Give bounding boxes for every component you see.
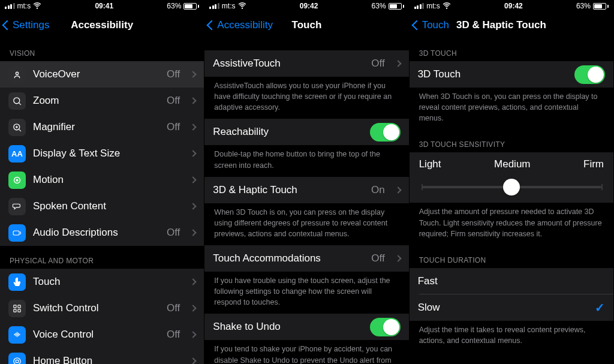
- row-assistive-touch[interactable]: AssistiveTouch Off: [204, 50, 408, 77]
- row-label: Spoken Content: [33, 200, 180, 212]
- wifi-icon: [443, 1, 451, 11]
- chevron-right-icon: [190, 150, 197, 157]
- row-voice-control[interactable]: Voice Control Off: [0, 321, 204, 348]
- status-time: 09:42: [300, 2, 318, 10]
- back-label: Accessibility: [217, 19, 273, 31]
- pane-touch: mt:s 09:42 63% Accessibility Touch Assis…: [204, 0, 409, 364]
- row-3d-touch[interactable]: 3D Touch: [410, 61, 613, 88]
- svg-rect-8: [14, 309, 16, 311]
- chevron-right-icon: [190, 203, 197, 209]
- slider-label-firm: Firm: [583, 158, 604, 170]
- touch-icon: [8, 273, 26, 291]
- shake-to-undo-toggle[interactable]: [370, 318, 401, 336]
- chevron-right-icon: [190, 278, 197, 285]
- status-bar: mt:s 09:41 63%: [0, 0, 204, 12]
- status-bar: mt:s 09:42 63%: [204, 0, 408, 12]
- spoken-content-icon: [8, 198, 26, 215]
- battery-icon: [593, 3, 609, 10]
- section-3d-touch-header: 3D Touch: [410, 38, 613, 61]
- audio-descriptions-icon: [8, 224, 26, 242]
- chevron-right-icon: [190, 176, 197, 183]
- row-3d-haptic-touch[interactable]: 3D & Haptic Touch On: [204, 177, 408, 203]
- back-label: Touch: [422, 19, 449, 31]
- status-bar: mt:s 09:42 63%: [410, 0, 613, 12]
- row-label: Reachability: [213, 126, 362, 138]
- back-button[interactable]: Touch: [410, 19, 449, 31]
- status-time: 09:41: [95, 2, 113, 10]
- chevron-right-icon: [190, 331, 197, 338]
- row-switch-control[interactable]: Switch Control Off: [0, 295, 204, 321]
- row-audio-descriptions[interactable]: Audio Descriptions Off: [0, 219, 204, 246]
- nav-bar: Settings Accessibility: [0, 12, 204, 38]
- row-magnifier[interactable]: Magnifier Off: [0, 114, 204, 140]
- sensitivity-slider-group: Light Medium Firm: [410, 152, 613, 203]
- sensitivity-slider[interactable]: [422, 186, 601, 188]
- chevron-right-icon: [190, 71, 197, 77]
- row-home-button[interactable]: Home Button: [0, 348, 204, 364]
- row-label: Magnifier: [33, 121, 159, 133]
- chevron-right-icon: [190, 124, 197, 130]
- row-label: Touch: [33, 276, 180, 288]
- row-label: Home Button: [33, 355, 180, 364]
- row-voiceover[interactable]: VoiceOver Off: [0, 61, 204, 88]
- back-button[interactable]: Accessibility: [204, 19, 273, 31]
- svg-point-1: [14, 97, 20, 103]
- chevron-left-icon: [2, 20, 13, 31]
- 3d-touch-toggle[interactable]: [574, 65, 605, 84]
- chevron-right-icon: [395, 60, 401, 67]
- row-zoom[interactable]: Zoom Off: [0, 88, 204, 114]
- nav-bar: Accessibility Touch: [204, 12, 408, 38]
- page-title: Accessibility: [71, 19, 133, 31]
- row-label: Zoom: [33, 95, 159, 107]
- reachability-toggle[interactable]: [370, 123, 401, 142]
- row-duration-fast[interactable]: Fast: [410, 268, 613, 294]
- pane-3d-haptic: mt:s 09:42 63% Touch 3D & Haptic Touch 3…: [410, 0, 614, 364]
- row-duration-slow[interactable]: Slow ✓: [410, 294, 613, 321]
- checkmark-icon: ✓: [595, 300, 605, 315]
- carrier-label: mt:s: [426, 2, 440, 10]
- row-shake-to-undo[interactable]: Shake to Undo: [204, 314, 408, 340]
- row-value: Off: [167, 68, 180, 80]
- svg-rect-6: [14, 305, 16, 307]
- row-label: Slow: [418, 302, 588, 314]
- signal-bars-icon: [414, 3, 425, 9]
- row-touch-accommodations[interactable]: Touch Accommodations Off: [204, 245, 408, 272]
- battery-pct: 63%: [167, 2, 181, 10]
- section-motor-header: Physical and Motor: [0, 246, 204, 269]
- wifi-icon: [33, 1, 41, 11]
- row-display-text-size[interactable]: AA Display & Text Size: [0, 140, 204, 167]
- row-reachability[interactable]: Reachability: [204, 119, 408, 145]
- section-sensitivity-header: 3D Touch Sensitivity: [410, 130, 613, 152]
- footer-shake: If you tend to shake your iPhone by acci…: [204, 340, 408, 364]
- footer-assistive: AssistiveTouch allows you to use your iP…: [204, 77, 408, 119]
- footer-3d-touch: When 3D Touch is on, you can press on th…: [410, 88, 613, 130]
- row-label: Display & Text Size: [33, 148, 180, 160]
- svg-rect-9: [18, 309, 20, 311]
- nav-bar: Touch 3D & Haptic Touch: [410, 12, 613, 38]
- chevron-right-icon: [395, 255, 401, 261]
- chevron-right-icon: [190, 357, 197, 364]
- voice-control-icon: [8, 326, 26, 344]
- battery-pct: 63%: [576, 2, 591, 10]
- row-spoken-content[interactable]: Spoken Content: [0, 193, 204, 219]
- slider-thumb[interactable]: [503, 179, 520, 195]
- signal-bars-icon: [5, 3, 15, 9]
- svg-rect-11: [16, 360, 18, 362]
- back-button[interactable]: Settings: [0, 19, 49, 31]
- section-duration-header: Touch Duration: [410, 245, 613, 268]
- footer-reachability: Double-tap the home button to bring the …: [204, 145, 408, 176]
- row-touch[interactable]: Touch: [0, 269, 204, 295]
- row-value: Off: [167, 121, 180, 133]
- row-label: Audio Descriptions: [33, 227, 159, 239]
- page-title: 3D & Haptic Touch: [456, 19, 546, 31]
- voiceover-icon: [8, 66, 26, 83]
- row-label: AssistiveTouch: [213, 58, 364, 70]
- row-motion[interactable]: Motion: [0, 167, 204, 193]
- row-label: Switch Control: [33, 302, 159, 314]
- carrier-label: mt:s: [222, 2, 236, 10]
- back-label: Settings: [13, 19, 49, 31]
- row-value: Off: [167, 329, 180, 341]
- row-value: Off: [371, 58, 384, 70]
- magnifier-icon: [8, 119, 26, 136]
- row-value: Off: [167, 227, 180, 239]
